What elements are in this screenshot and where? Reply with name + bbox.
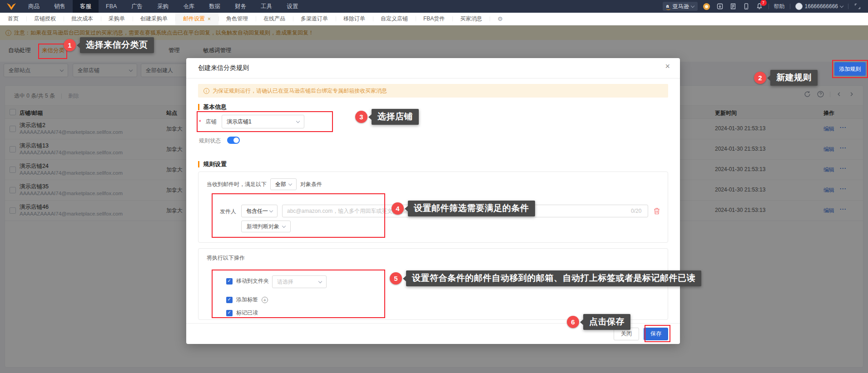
nav-item-customer-service[interactable]: 客服 <box>73 0 99 13</box>
section-title-basic: 基本信息 <box>198 104 227 110</box>
move-folder-placeholder: 请选择 <box>277 278 293 286</box>
tab-email-settings-label: 邮件设置 <box>183 15 205 23</box>
close-icon[interactable]: × <box>665 62 670 70</box>
chevron-down-icon <box>288 182 292 185</box>
rule-status-toggle[interactable] <box>227 137 240 144</box>
tab-role-management[interactable]: 角色管理 <box>218 13 256 25</box>
annotation-step-3: 3 选择店铺 <box>355 109 419 125</box>
trash-icon[interactable] <box>654 207 660 215</box>
divider <box>790 4 790 9</box>
headset-icon[interactable] <box>703 2 711 10</box>
sender-label: 发件人 <box>220 208 236 216</box>
order-note-icon[interactable] <box>729 2 737 10</box>
top-navbar: 商品 销售 客服 FBA 广告 采购 仓库 数据 财务 工具 设置 a 亚马逊 <box>0 0 868 13</box>
action-read-label: 标记已读 <box>236 309 258 317</box>
annotation-tooltip: 设置邮件筛选需要满足的条件 <box>408 201 535 216</box>
divider <box>848 4 848 9</box>
required-asterisk: * <box>199 119 201 125</box>
chevron-down-icon <box>318 279 322 283</box>
add-tag-plus-icon[interactable]: + <box>262 297 268 303</box>
action-read-row: 标记已读 <box>226 309 258 317</box>
step-number-badge: 6 <box>567 316 579 328</box>
move-folder-select[interactable]: 请选择 <box>272 275 327 288</box>
action-tag-row: 添加标签 + <box>226 296 268 304</box>
checkbox-checked-icon[interactable] <box>226 297 233 303</box>
app-root: 商品 销售 客服 FBA 广告 采购 仓库 数据 财务 工具 设置 a 亚马逊 <box>0 0 868 373</box>
checkbox-checked-icon[interactable] <box>226 278 233 285</box>
avatar <box>795 3 803 10</box>
chevron-down-icon <box>690 4 694 7</box>
shop-select[interactable]: 演示店铺1 <box>222 115 304 128</box>
nav-item-tools[interactable]: 工具 <box>253 0 279 13</box>
modal-warning-banner: i 为保证规则运行，请确认已在亚马逊店铺后台绑定专属邮箱接收买家消息 <box>198 84 668 98</box>
condition-sentence: 当收到邮件时，满足以下 全部 对象条件 <box>207 178 322 190</box>
chevron-down-icon <box>840 4 843 7</box>
nav-item-settings[interactable]: 设置 <box>279 0 305 13</box>
tab-email-settings[interactable]: 邮件设置 × <box>175 13 218 25</box>
add-condition-button[interactable]: 新增判断对象 <box>241 221 291 232</box>
tab-settings-gear[interactable]: ⚙ <box>490 13 511 25</box>
shop-field-label: *店铺 <box>199 118 217 126</box>
nav-item-ads[interactable]: 广告 <box>124 0 150 13</box>
annotation-tooltip: 选择来信分类页 <box>80 37 154 53</box>
nav-item-data[interactable]: 数据 <box>202 0 228 13</box>
tab-home[interactable]: 首页 <box>0 13 26 25</box>
sender-operator-value: 包含任一 <box>246 207 268 215</box>
step-number-badge: 1 <box>64 39 76 51</box>
top-nav-menu: 商品 销售 客服 FBA 广告 采购 仓库 数据 财务 工具 设置 <box>21 0 305 13</box>
modal-title: 创建来信分类规则 <box>198 64 249 72</box>
tab-fba-shipments[interactable]: FBA货件 <box>416 13 452 25</box>
nav-item-warehouse[interactable]: 仓库 <box>176 0 202 13</box>
checkbox-checked-icon[interactable] <box>226 310 233 316</box>
save-button[interactable]: 保存 <box>644 328 668 340</box>
nav-item-goods[interactable]: 商品 <box>21 0 47 13</box>
input-counter: 0/20 <box>631 208 641 214</box>
add-rule-button[interactable]: 添加规则 <box>834 62 866 76</box>
help-link[interactable]: 帮助 <box>774 3 785 10</box>
create-rule-modal: 创建来信分类规则 × i 为保证规则运行，请确认已在亚马逊店铺后台绑定专属邮箱接… <box>186 58 680 344</box>
account-menu[interactable]: 16666666666 <box>795 3 843 10</box>
annotation-step-6: 6 点击保存 <box>567 314 630 330</box>
tab-batch-cost[interactable]: 批次成本 <box>64 13 101 25</box>
download-icon[interactable] <box>716 2 724 10</box>
close-icon[interactable]: × <box>208 16 211 22</box>
condition-prefix: 当收到邮件时，满足以下 <box>207 181 267 188</box>
marketplace-switcher[interactable]: a 亚马逊 <box>663 2 698 11</box>
annotation-tooltip: 点击保存 <box>583 314 630 330</box>
sender-operator-select[interactable]: 包含任一 <box>241 205 278 217</box>
action-move-label: 移动到文件夹 <box>236 277 269 285</box>
condition-match-select[interactable]: 全部 <box>270 178 297 190</box>
chevron-down-icon <box>269 208 273 212</box>
account-number: 16666666666 <box>805 3 838 10</box>
page-tabbar: 首页 店铺授权 批次成本 采购单 创建采购单 邮件设置 × 角色管理 在线产品 … <box>0 13 868 25</box>
tab-removal-orders[interactable]: 移除订单 <box>336 13 373 25</box>
tab-create-purchase-order[interactable]: 创建采购单 <box>133 13 175 25</box>
marketplace-label: 亚马逊 <box>673 3 689 10</box>
add-condition-label: 新增判断对象 <box>247 223 279 231</box>
nav-item-sales[interactable]: 销售 <box>47 0 73 13</box>
annotation-step-2: 2 新建规则 <box>754 70 818 86</box>
fullscreen-icon[interactable] <box>853 2 862 10</box>
annotation-step-4: 4 设置邮件筛选需要满足的条件 <box>392 201 535 216</box>
gear-icon: ⚙ <box>497 15 503 22</box>
tab-custom-shop[interactable]: 自定义店铺 <box>373 13 416 25</box>
chevron-down-icon <box>282 224 286 227</box>
action-move-row: 移动到文件夹 <box>226 277 269 285</box>
tab-purchase-order[interactable]: 采购单 <box>101 13 133 25</box>
nav-item-purchase[interactable]: 采购 <box>150 0 176 13</box>
section-title-rules: 规则设置 <box>198 161 227 167</box>
nav-item-finance[interactable]: 财务 <box>228 0 253 13</box>
nav-item-fba[interactable]: FBA <box>99 0 124 13</box>
step-number-badge: 5 <box>390 272 402 285</box>
tab-buyer-messages[interactable]: 买家消息 <box>452 13 490 25</box>
tab-multichannel-orders[interactable]: 多渠道订单 <box>293 13 336 25</box>
tab-online-products[interactable]: 在线产品 <box>256 13 293 25</box>
step-number-badge: 4 <box>392 202 404 215</box>
notification-bell-icon[interactable]: 7 <box>755 2 764 10</box>
mobile-icon[interactable] <box>742 2 750 10</box>
tab-shop-auth[interactable]: 店铺授权 <box>26 13 64 25</box>
annotation-step-5: 5 设置符合条件的邮件自动移到的邮箱、自动打上标签或者是标记邮件已读 <box>390 270 701 286</box>
actions-section-title: 将执行以下操作 <box>207 254 245 262</box>
amazon-icon: a <box>666 3 670 10</box>
step-number-badge: 3 <box>355 111 367 123</box>
